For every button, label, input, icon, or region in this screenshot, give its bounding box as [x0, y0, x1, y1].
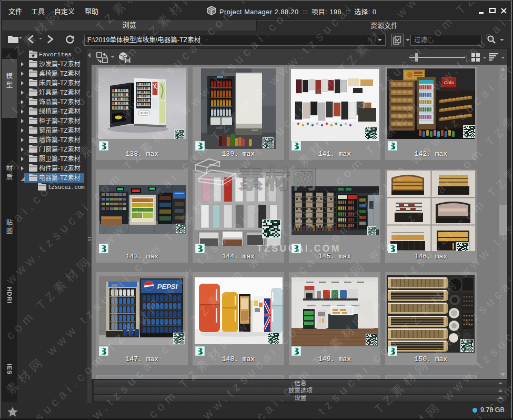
- svg-text:PUSH: PUSH: [140, 112, 148, 115]
- svg-text:PEPSI: PEPSI: [157, 283, 178, 291]
- svg-text:Cola: Cola: [444, 80, 454, 85]
